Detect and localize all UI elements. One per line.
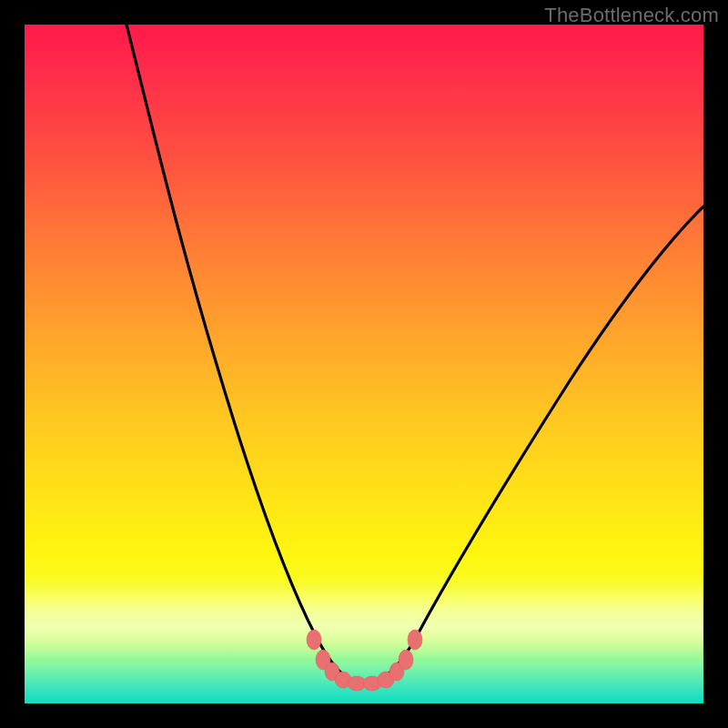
- svg-point-0: [307, 630, 321, 650]
- svg-point-4: [348, 676, 366, 691]
- svg-point-7: [389, 662, 404, 681]
- bottleneck-curve: [25, 25, 703, 703]
- watermark-text: TheBottleneck.com: [544, 4, 719, 27]
- chart-area: [25, 25, 703, 703]
- svg-point-1: [316, 650, 330, 670]
- svg-point-6: [378, 672, 394, 688]
- svg-point-8: [399, 650, 413, 670]
- svg-point-9: [408, 630, 422, 650]
- trough-markers: [307, 630, 422, 691]
- svg-point-5: [363, 676, 381, 691]
- bottleneck-curve-path: [126, 25, 703, 683]
- highlight-band: [25, 580, 703, 660]
- svg-point-2: [325, 662, 339, 681]
- svg-point-3: [335, 672, 351, 688]
